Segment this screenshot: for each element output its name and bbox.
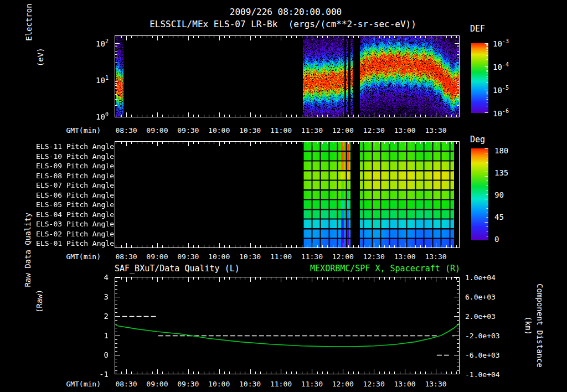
time-tick-label: 11:30	[301, 253, 323, 260]
time-tick-label: 10:30	[239, 380, 261, 388]
deg-colorbar-tick-label: 180	[494, 147, 508, 154]
time-tick-label: 11:00	[270, 380, 292, 388]
distance-ytick-label: -6.0e+03	[465, 352, 500, 359]
quality-ytick-label: 4	[104, 274, 109, 281]
distance-y-axis-sublabel: (km)	[524, 316, 532, 335]
quality-ytick-label: -1	[99, 370, 109, 378]
gmt-axis-label-top: GMT(min)	[66, 127, 101, 134]
distance-ytick-label: 2.0e+03	[465, 313, 496, 320]
time-tick-label: 13:30	[425, 253, 446, 260]
def-colorbar-tick-label: 10-6	[493, 109, 509, 117]
deg-colorbar-tick-label: 90	[494, 191, 504, 199]
time-tick-label: 09:30	[177, 253, 199, 260]
energy-ytick-label: 100	[96, 112, 109, 121]
time-tick-label: 12:30	[363, 127, 385, 134]
deg-colorbar-tick-label: 135	[494, 169, 508, 177]
time-tick-label: 08:30	[115, 380, 137, 388]
quality-y-axis-label: Raw Data Quality	[24, 213, 32, 287]
pitch-row-label: ELS-07 Pitch Angle	[36, 182, 114, 189]
quality-ytick-label: 2	[104, 312, 109, 320]
time-tick-label: 12:00	[332, 127, 354, 134]
quality-panel-title-left: SAF_BXuT/Data Quality (L)	[115, 265, 240, 273]
time-tick-label: 13:00	[394, 380, 416, 388]
time-tick-label: 09:00	[146, 380, 168, 388]
pitch-row-label: ELS-05 Pitch Angle	[36, 201, 114, 208]
time-tick-label: 10:00	[208, 380, 230, 388]
time-tick-label: 13:00	[394, 253, 416, 260]
quality-distance-plot	[115, 277, 460, 374]
time-tick-label: 09:30	[177, 127, 199, 134]
quality-ytick-label: 1	[104, 332, 109, 339]
time-tick-label: 10:30	[239, 253, 261, 260]
gmt-axis-label-middle: GMT(min)	[66, 253, 101, 260]
spectrogram-y-axis-sublabel: (eV)	[37, 48, 44, 66]
pitch-row-label: ELS-02 Pitch Angle	[36, 230, 114, 237]
time-tick-label: 10:00	[208, 253, 230, 260]
deg-colorbar-tick-label: 45	[494, 213, 504, 221]
pitch-row-label: ELS-10 Pitch Angle	[36, 152, 114, 159]
def-colorbar	[471, 43, 488, 113]
time-tick-label: 09:00	[146, 253, 168, 260]
page-title: 2009/226 08:20:00.000	[230, 8, 342, 17]
distance-ytick-label: 6.0e+03	[465, 293, 496, 301]
electron-energy-spectrogram	[115, 35, 460, 117]
pitch-row-label: ELS-06 Pitch Angle	[36, 191, 114, 198]
pitch-row-label: ELS-01 Pitch Angle	[36, 240, 114, 247]
pitch-row-label: ELS-09 Pitch Angle	[36, 162, 114, 169]
time-tick-label: 11:30	[301, 127, 323, 134]
spectrogram-y-axis-label: Electron Energy	[25, 0, 33, 41]
quality-y-axis-sublabel: (Raw)	[35, 290, 43, 313]
time-tick-label: 13:30	[425, 127, 446, 134]
distance-y-axis-label: Component Distance	[536, 283, 544, 368]
time-tick-label: 11:00	[270, 127, 292, 134]
quality-ytick-label: 3	[104, 293, 109, 301]
pitch-row-label: ELS-08 Pitch Angle	[36, 172, 114, 179]
deg-colorbar-tick-label: 0	[494, 235, 499, 243]
pitch-row-label: ELS-11 Pitch Angle	[36, 143, 114, 150]
time-tick-label: 11:00	[270, 253, 292, 260]
time-tick-label: 13:30	[425, 380, 446, 388]
colorbar-deg-title: Deg	[470, 136, 485, 144]
def-colorbar-tick-label: 10-3	[493, 39, 509, 48]
distance-ytick-label: 1.0e+04	[465, 274, 496, 281]
time-tick-label: 08:30	[115, 253, 137, 260]
energy-ytick-label: 101	[96, 75, 109, 84]
time-tick-label: 08:30	[115, 127, 137, 134]
quality-panel-title-right: MEXORBMC/SPF X, Spacecraft (R)	[310, 265, 460, 273]
time-tick-label: 09:00	[146, 127, 168, 134]
time-tick-label: 10:00	[208, 127, 230, 134]
time-tick-label: 12:30	[363, 380, 385, 388]
def-colorbar-tick-label: 10-4	[493, 62, 509, 71]
deg-colorbar	[471, 148, 488, 240]
page-subtitle: ELSSCIL/MEx ELS-07 LR-Bk (ergs/(cm**2-sr…	[150, 20, 416, 29]
time-tick-label: 09:30	[177, 380, 199, 388]
time-tick-label: 12:00	[332, 380, 354, 388]
pitch-row-label: ELS-04 Pitch Angle	[36, 210, 114, 218]
quality-ytick-label: 0	[104, 351, 109, 359]
els-quicklook-screen: 2009/226 08:20:00.000 ELSSCIL/MEx ELS-07…	[0, 0, 567, 392]
gmt-axis-label-bottom: GMT(min)	[66, 380, 101, 388]
pitch-angle-heatmap	[115, 141, 460, 248]
colorbar-def-title: DEF	[470, 25, 485, 33]
time-tick-label: 10:30	[239, 127, 261, 134]
def-colorbar-tick-label: 10-5	[493, 85, 509, 94]
pitch-row-label: ELS-03 Pitch Angle	[36, 220, 114, 228]
time-tick-label: 13:00	[394, 127, 416, 134]
distance-ytick-label: -2.0e+03	[465, 332, 500, 339]
distance-ytick-label: -1.0e+04	[465, 371, 500, 378]
time-tick-label: 11:30	[301, 380, 323, 388]
time-tick-label: 12:00	[332, 253, 354, 260]
energy-ytick-label: 102	[96, 39, 109, 48]
time-tick-label: 12:30	[363, 253, 385, 260]
